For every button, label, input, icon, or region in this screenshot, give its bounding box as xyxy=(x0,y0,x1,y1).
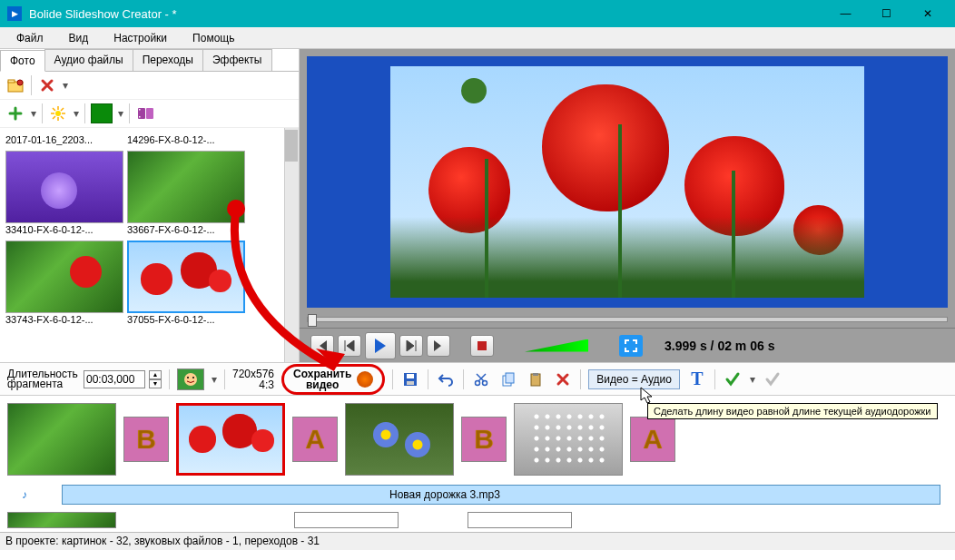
paste-icon xyxy=(527,371,544,388)
scissors-icon xyxy=(474,372,488,387)
timeline-clip[interactable] xyxy=(7,403,116,476)
statusbar: В проекте: картинок - 32, звуковых файло… xyxy=(0,532,955,550)
next-end-button[interactable] xyxy=(427,335,450,357)
transition-b[interactable]: B xyxy=(123,417,169,462)
thumbnail-label: 33410-FX-6-0-12-... xyxy=(5,223,123,239)
undo-button[interactable] xyxy=(436,369,456,389)
scrollbar-thumb[interactable] xyxy=(285,130,298,162)
separator xyxy=(84,103,85,123)
fragment-duration-input[interactable] xyxy=(84,370,145,388)
add-button[interactable] xyxy=(5,103,25,123)
save-button[interactable] xyxy=(400,369,420,389)
preview-panel: 3.999 s / 02 m 06 s xyxy=(300,49,955,362)
audio-track[interactable]: Новая дорожка 3.mp3 xyxy=(62,485,940,505)
separator xyxy=(224,369,225,389)
media-panel: Фото Аудио файлы Переходы Эффекты ▾ ▾ xyxy=(0,49,300,362)
svg-rect-1 xyxy=(8,80,15,83)
menu-settings[interactable]: Настройки xyxy=(101,29,180,47)
cut-button[interactable] xyxy=(471,369,491,389)
resolution-display: 720x576 4:3 xyxy=(232,368,274,390)
media-tabbar: Фото Аудио файлы Переходы Эффекты xyxy=(0,49,299,72)
thumbnail-item[interactable]: 2017-01-16_2203... xyxy=(5,133,123,149)
timeline-clip[interactable] xyxy=(294,512,399,528)
transition-a[interactable]: A xyxy=(292,417,338,462)
x-icon xyxy=(556,372,570,387)
close-button[interactable]: ✕ xyxy=(907,0,948,27)
thumbnail-item[interactable]: 33667-FX-6-0-12-... xyxy=(127,151,245,239)
dropdown-arrow[interactable]: ▾ xyxy=(63,79,68,92)
thumbnail-item[interactable]: 14296-FX-8-0-12-... xyxy=(127,133,245,149)
next-frame-button[interactable] xyxy=(399,335,423,357)
remove-button[interactable] xyxy=(37,75,57,95)
separator xyxy=(129,103,130,123)
timeline-clip[interactable] xyxy=(345,403,454,476)
copy-button[interactable] xyxy=(498,369,518,389)
sunburst-button[interactable] xyxy=(48,103,68,123)
timeline-clip-selected[interactable] xyxy=(176,403,285,476)
film-button[interactable] xyxy=(135,103,155,123)
separator xyxy=(169,369,170,389)
paste-button[interactable] xyxy=(526,369,546,389)
prev-start-button[interactable] xyxy=(310,335,334,357)
sunburst-icon xyxy=(51,106,65,121)
menu-file[interactable]: Файл xyxy=(4,29,56,47)
maximize-button[interactable]: ☐ xyxy=(866,0,907,27)
menu-view[interactable]: Вид xyxy=(56,29,102,47)
scrub-handle[interactable] xyxy=(308,314,317,327)
timeline-clip[interactable] xyxy=(514,403,623,476)
apply-button[interactable] xyxy=(723,369,743,389)
minimize-button[interactable]: — xyxy=(825,0,866,27)
preview-video[interactable] xyxy=(307,56,948,308)
window-title: Bolide Slideshow Creator - * xyxy=(29,7,825,21)
spinner-down[interactable]: ▼ xyxy=(149,379,162,388)
dropdown-arrow[interactable]: ▾ xyxy=(74,107,79,120)
fullscreen-button[interactable] xyxy=(619,335,643,357)
timeline-clip[interactable] xyxy=(7,512,116,528)
scrub-track[interactable] xyxy=(307,317,948,322)
thumbnail-item[interactable]: 33743-FX-6-0-12-... xyxy=(5,241,123,329)
spinner-up[interactable]: ▲ xyxy=(149,370,162,379)
svg-rect-14 xyxy=(139,109,141,111)
delete-button[interactable] xyxy=(553,369,573,389)
thumbnail-item[interactable]: 33410-FX-6-0-12-... xyxy=(5,151,123,239)
thumbnail-list[interactable]: 2017-01-16_2203... 14296-FX-8-0-12-... 3… xyxy=(0,128,299,362)
scrollbar[interactable] xyxy=(284,128,299,362)
color-green-button[interactable] xyxy=(91,103,113,123)
prev-frame-button[interactable] xyxy=(338,335,361,357)
volume-slider[interactable] xyxy=(525,339,588,352)
separator xyxy=(392,369,393,389)
menu-help[interactable]: Помощь xyxy=(180,29,247,47)
tab-transitions[interactable]: Переходы xyxy=(133,49,203,71)
dropdown-arrow[interactable]: ▾ xyxy=(31,107,36,120)
save-video-button[interactable]: Сохранить видео xyxy=(281,364,385,395)
play-button[interactable] xyxy=(365,332,396,359)
timeline-clip[interactable] xyxy=(468,512,572,528)
diskette-icon xyxy=(402,371,418,388)
svg-point-2 xyxy=(17,80,23,85)
stop-button[interactable] xyxy=(470,335,494,357)
dropdown-arrow[interactable]: ▾ xyxy=(750,373,755,386)
transition-a[interactable]: A xyxy=(630,417,675,462)
dropdown-arrow[interactable]: ▾ xyxy=(212,373,217,386)
audio-track-icon: ♪ xyxy=(15,485,34,505)
svg-rect-28 xyxy=(533,373,538,376)
tab-effects[interactable]: Эффекты xyxy=(202,49,272,71)
film-icon xyxy=(136,106,154,121)
separator xyxy=(463,369,464,389)
dropdown-arrow[interactable]: ▾ xyxy=(118,107,123,120)
svg-line-9 xyxy=(61,116,64,119)
x-icon xyxy=(40,78,54,93)
face-button[interactable] xyxy=(177,368,204,390)
tab-photo[interactable]: Фото xyxy=(0,50,45,72)
text-button[interactable]: T xyxy=(687,369,707,389)
svg-point-3 xyxy=(55,111,61,116)
open-folder-button[interactable] xyxy=(5,75,25,95)
thumbnail-item-selected[interactable]: 37055-FX-6-0-12-... xyxy=(127,241,245,329)
tab-audio[interactable]: Аудио файлы xyxy=(44,49,133,71)
fragment-duration-label: Длительность фрагмента xyxy=(7,369,80,389)
transition-b[interactable]: B xyxy=(461,417,507,462)
resolution-value: 720x576 xyxy=(232,368,274,379)
video-equals-audio-button[interactable]: Видео = Аудио xyxy=(588,369,680,389)
folder-icon xyxy=(7,78,24,93)
scrub-bar[interactable] xyxy=(307,311,948,328)
